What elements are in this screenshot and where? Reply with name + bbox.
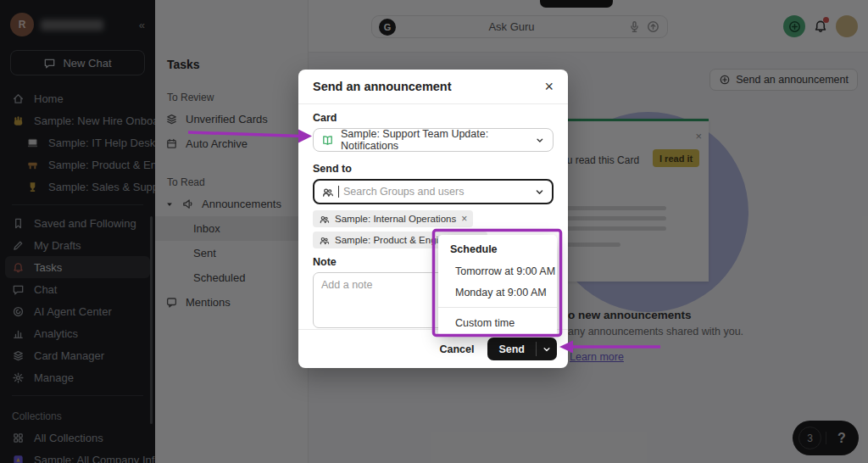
- people-icon: [321, 186, 334, 198]
- card-book-icon: [321, 134, 334, 147]
- menu-item-monday[interactable]: Monday at 9:00 AM: [438, 282, 557, 303]
- cancel-button[interactable]: Cancel: [439, 343, 474, 355]
- send-to-search-input[interactable]: Search Groups and users: [313, 179, 554, 204]
- top-notch: [540, 0, 613, 8]
- schedule-menu: Schedule Tomorrow at 9:00 AM Monday at 9…: [438, 235, 557, 337]
- card-select-value: Sample: Support Team Update: Notificatio…: [341, 128, 528, 152]
- people-icon: [319, 214, 330, 225]
- send-options-button[interactable]: [537, 337, 557, 360]
- recipient-tag[interactable]: Sample: Internal Operations ×: [313, 210, 473, 227]
- remove-tag-icon[interactable]: ×: [461, 214, 467, 224]
- send-button[interactable]: Send: [487, 337, 536, 360]
- text-cursor: [338, 186, 339, 198]
- close-icon[interactable]: ×: [544, 79, 554, 94]
- tag-label: Sample: Internal Operations: [335, 214, 456, 224]
- note-placeholder: Add a note: [321, 279, 372, 291]
- people-icon: [319, 235, 330, 246]
- modal-title: Send an announcement: [313, 80, 452, 93]
- chevron-down-icon: [542, 344, 552, 354]
- chevron-down-icon: [534, 187, 545, 198]
- menu-item-custom-time[interactable]: Custom time: [438, 312, 557, 333]
- divider: [438, 307, 557, 308]
- schedule-menu-header: Schedule: [438, 242, 557, 260]
- send-to-label: Send to: [313, 163, 554, 175]
- menu-item-tomorrow[interactable]: Tomorrow at 9:00 AM: [438, 260, 557, 282]
- card-select[interactable]: Sample: Support Team Update: Notificatio…: [313, 128, 554, 152]
- search-placeholder: Search Groups and users: [343, 186, 464, 198]
- card-label: Card: [313, 112, 554, 124]
- chevron-down-icon: [535, 135, 545, 146]
